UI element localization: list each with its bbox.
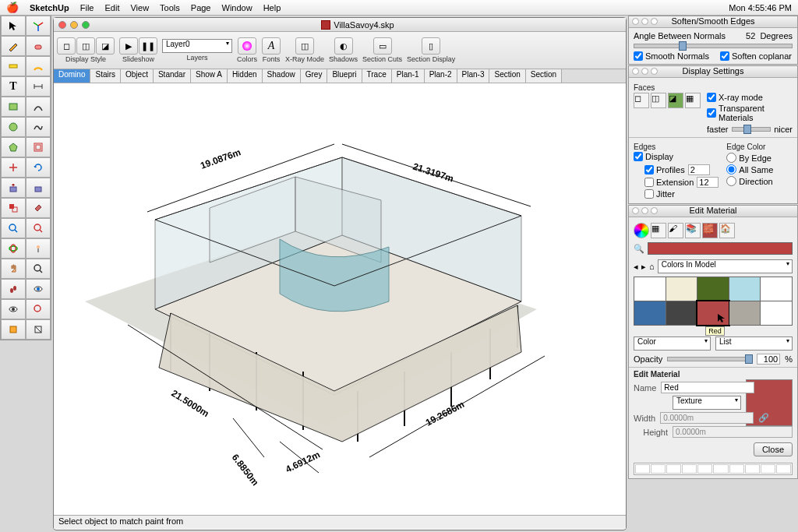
nav-fwd-icon[interactable]: ▸ — [641, 262, 646, 272]
section-cuts-button[interactable]: ▭ — [373, 37, 392, 55]
shaded-button[interactable]: ◪ — [96, 37, 115, 55]
current-color-bar[interactable] — [648, 242, 793, 255]
scene-tab-grey[interactable]: Grey — [301, 69, 328, 83]
shadows-button[interactable]: ◐ — [334, 37, 353, 55]
profiles-checkbox[interactable]: Profiles — [644, 165, 685, 174]
direction-radio[interactable]: Direction — [726, 176, 793, 186]
colors-in-model-select[interactable]: Colors In Model — [658, 259, 793, 273]
colors-button[interactable] — [238, 37, 256, 55]
rotate-tool[interactable] — [26, 157, 51, 178]
all-same-radio[interactable]: All Same — [726, 164, 793, 174]
play-button[interactable]: ▶ — [119, 37, 138, 55]
by-edge-radio[interactable]: By Edge — [726, 153, 793, 163]
move-tool[interactable] — [1, 157, 26, 178]
zoom-window-button[interactable] — [82, 21, 90, 29]
swatch-1[interactable] — [666, 277, 697, 301]
well-0[interactable] — [635, 464, 650, 474]
soften-panel-title[interactable]: Soften/Smooth Edges — [629, 16, 797, 28]
eraser-tool[interactable] — [26, 36, 51, 56]
pushpull-tool[interactable] — [1, 178, 26, 198]
freehand-tool[interactable] — [26, 117, 51, 137]
scene-tab-object[interactable]: Object — [121, 69, 154, 83]
position-camera-tool[interactable] — [26, 238, 51, 259]
well-4[interactable] — [697, 464, 712, 474]
walk-tool[interactable] — [1, 279, 26, 299]
scene-tab-show-a[interactable]: Show A — [191, 69, 228, 83]
swatch-4[interactable] — [761, 277, 792, 301]
layers-select[interactable]: Layer0 — [162, 39, 232, 53]
tape-tool[interactable] — [1, 56, 26, 76]
library-icon[interactable]: 📚 — [685, 223, 701, 238]
color-mode-select[interactable]: Color — [634, 336, 711, 351]
display-panel-title[interactable]: Display Settings — [629, 66, 797, 78]
face-shaded-icon[interactable]: ◪ — [668, 93, 683, 108]
transparent-mat-checkbox[interactable]: Transparent Materials — [707, 104, 793, 122]
pencil-tool[interactable] — [1, 36, 26, 56]
texture-select[interactable]: Texture — [673, 396, 741, 410]
menubar[interactable]: 🍎 SketchUp File Edit View Tools Page Win… — [0, 0, 798, 16]
menu-page[interactable]: Page — [191, 3, 211, 12]
face-hidden-icon[interactable]: ◫ — [651, 93, 666, 108]
lookaround-tool[interactable] — [26, 279, 51, 299]
scale-tool[interactable] — [1, 198, 26, 218]
zoom-extents-tool[interactable] — [1, 218, 26, 238]
scene-tab-standard[interactable]: Standar — [154, 69, 191, 83]
face-wire-icon[interactable]: ◻ — [634, 93, 649, 108]
display-edges-checkbox[interactable]: Display — [634, 152, 673, 161]
link-icon[interactable]: 🔗 — [758, 413, 769, 423]
scene-tab-stairs[interactable]: Stairs — [90, 69, 121, 83]
menu-help[interactable]: Help — [263, 3, 281, 12]
well-8[interactable] — [761, 464, 775, 474]
face-tex-icon[interactable]: ▦ — [685, 93, 701, 108]
scene-tab-plan-1[interactable]: Plan-1 — [392, 69, 425, 83]
dimension-tool[interactable] — [26, 76, 51, 97]
swatch-3[interactable] — [729, 277, 761, 301]
swatch-8[interactable] — [729, 301, 761, 325]
wireframe-button[interactable]: ◻ — [57, 37, 76, 55]
well-3[interactable] — [682, 464, 697, 474]
protractor-tool[interactable] — [26, 56, 51, 76]
swatch-7[interactable]: Red — [697, 301, 729, 325]
followme-tool[interactable] — [26, 178, 51, 198]
close-window-button[interactable] — [58, 21, 66, 29]
brick-icon[interactable]: 🧱 — [702, 223, 718, 238]
text-tool[interactable]: T — [1, 76, 26, 97]
well-6[interactable] — [729, 464, 744, 474]
select-tool[interactable] — [1, 16, 26, 36]
eye-tool[interactable] — [1, 299, 26, 319]
xray-button[interactable]: ◫ — [295, 37, 314, 55]
fonts-button[interactable]: A — [262, 37, 281, 55]
menu-tools[interactable]: Tools — [160, 3, 180, 12]
well-9[interactable] — [776, 464, 791, 474]
pause-button[interactable]: ❚❚ — [139, 37, 157, 55]
menu-file[interactable]: File — [80, 3, 94, 12]
swatch-9[interactable] — [761, 301, 792, 325]
zoom-previous-tool[interactable] — [26, 299, 51, 319]
paint-tool[interactable] — [26, 198, 51, 218]
scene-tab-trace[interactable]: Trace — [362, 69, 392, 83]
swatch-5[interactable] — [634, 301, 666, 325]
sample-paint-icon[interactable]: 🖌 — [668, 223, 683, 238]
material-name-input[interactable] — [661, 382, 754, 393]
extension-checkbox[interactable]: Extension — [644, 178, 694, 187]
opacity-slider[interactable] — [667, 357, 752, 361]
angle-slider[interactable] — [634, 44, 793, 48]
section-display-tool[interactable] — [26, 319, 51, 340]
menu-edit[interactable]: Edit — [104, 3, 119, 12]
menu-window[interactable]: Window — [222, 3, 252, 12]
section-display-button[interactable]: ▯ — [422, 37, 440, 55]
scene-tab-plan-2[interactable]: Plan-2 — [425, 69, 457, 83]
home-icon[interactable]: ⌂ — [649, 262, 655, 271]
window-titlebar[interactable]: VillaSavoy4.skp — [54, 18, 626, 32]
extension-input[interactable] — [697, 177, 719, 188]
color-wheel-icon[interactable] — [634, 223, 649, 238]
jitter-checkbox[interactable]: Jitter — [644, 189, 675, 199]
well-7[interactable] — [745, 464, 760, 474]
pan-tool[interactable] — [1, 259, 26, 279]
scene-tab-plan-3[interactable]: Plan-3 — [457, 69, 490, 83]
orbit-tool[interactable] — [1, 238, 26, 259]
smooth-normals-checkbox[interactable]: Smooth Normals — [634, 51, 709, 61]
opacity-input[interactable] — [757, 354, 780, 365]
menu-view[interactable]: View — [130, 3, 149, 12]
circle-tool[interactable] — [1, 117, 26, 137]
